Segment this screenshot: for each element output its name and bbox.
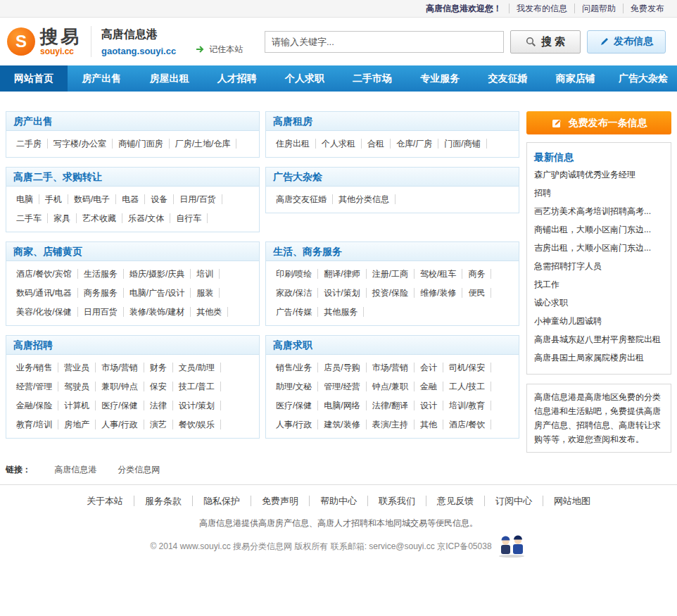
- topbar-link[interactable]: 问题帮助: [574, 4, 623, 13]
- footer-link[interactable]: 隐私保护: [193, 496, 251, 506]
- nav-item[interactable]: 商家店铺: [542, 65, 609, 92]
- nav-item[interactable]: 个人求职: [271, 65, 338, 92]
- category-link[interactable]: 设计/策划: [173, 401, 221, 410]
- topbar-link[interactable]: 我发布的信息: [509, 4, 574, 13]
- category-title[interactable]: 高唐招聘: [13, 339, 53, 351]
- category-link[interactable]: 驾校/租车: [415, 269, 462, 279]
- latest-info-item[interactable]: 高唐县城东赵八里村平房整院出租: [534, 330, 664, 348]
- category-link[interactable]: 合租: [362, 139, 391, 149]
- publish-info-button[interactable]: 发布信息: [587, 30, 666, 54]
- category-link[interactable]: 个人求租: [316, 139, 362, 149]
- category-link[interactable]: 装修/装饰/建材: [124, 307, 191, 317]
- category-link[interactable]: 钟点/兼职: [367, 382, 415, 391]
- search-button[interactable]: 搜 索: [510, 30, 581, 54]
- footer-link[interactable]: 服务条款: [134, 496, 193, 506]
- category-link[interactable]: 家具: [48, 213, 77, 223]
- category-link[interactable]: 高唐交友征婚: [270, 194, 333, 204]
- category-link[interactable]: 数码/电子: [68, 194, 116, 204]
- category-title[interactable]: 商家、店铺黄页: [13, 246, 82, 257]
- category-link[interactable]: 酒店/餐饮: [443, 420, 491, 429]
- category-link[interactable]: 印刷/喷绘: [270, 269, 318, 279]
- category-link[interactable]: 市场/营销: [367, 363, 415, 372]
- friend-link[interactable]: 高唐信息港: [54, 465, 96, 474]
- footer-link[interactable]: 联系我们: [368, 496, 426, 506]
- category-link[interactable]: 市场/营销: [96, 363, 144, 372]
- category-link[interactable]: 美容/化妆/保健: [11, 307, 78, 317]
- nav-item[interactable]: 人才招聘: [203, 65, 271, 92]
- category-link[interactable]: 驾驶员: [58, 382, 96, 391]
- nav-item[interactable]: 广告大杂烩: [609, 65, 677, 92]
- category-link[interactable]: 经营/管理: [11, 382, 58, 391]
- category-link[interactable]: 法律/翻译: [367, 401, 415, 410]
- category-link[interactable]: 注册/工商: [367, 269, 415, 279]
- category-link[interactable]: 手机: [39, 194, 68, 204]
- footer-link[interactable]: 意见反馈: [426, 496, 485, 506]
- footer-link[interactable]: 关于本站: [76, 496, 134, 506]
- category-link[interactable]: 门面/商铺: [438, 139, 486, 149]
- category-link[interactable]: 服装: [191, 288, 220, 298]
- category-link[interactable]: 营业员: [58, 363, 96, 372]
- category-link[interactable]: 日用/百货: [174, 194, 222, 204]
- category-link[interactable]: 其他类: [191, 307, 228, 317]
- category-link[interactable]: 其他服务: [318, 307, 364, 317]
- category-link[interactable]: 二手车: [11, 213, 48, 223]
- category-link[interactable]: 仓库/厂房: [391, 139, 438, 149]
- latest-info-item[interactable]: 急需招聘打字人员: [534, 257, 664, 275]
- footer-link[interactable]: 帮助中心: [310, 496, 368, 506]
- souyi-logo[interactable]: S 搜易 souyi.cc: [7, 27, 81, 56]
- category-title[interactable]: 高唐二手、求购转让: [13, 171, 102, 182]
- category-link[interactable]: 设备: [145, 194, 174, 204]
- category-link[interactable]: 自行车: [170, 213, 208, 223]
- category-link[interactable]: 生活服务: [78, 269, 124, 279]
- category-link[interactable]: 商务: [462, 269, 491, 279]
- free-publish-button[interactable]: 免费发布一条信息: [526, 111, 671, 134]
- category-link[interactable]: 广告/传媒: [270, 307, 318, 317]
- category-link[interactable]: 法律: [144, 401, 173, 410]
- category-link[interactable]: 婚庆/摄影/庆典: [124, 269, 191, 279]
- category-title[interactable]: 广告大杂烩: [273, 171, 322, 182]
- category-link[interactable]: 酒店/餐饮/宾馆: [11, 269, 78, 279]
- category-link[interactable]: 保安: [144, 382, 173, 391]
- category-link[interactable]: 房地产: [58, 420, 96, 429]
- latest-info-item[interactable]: 高唐县国土局家属院楼房出租: [534, 348, 664, 367]
- category-link[interactable]: 家政/保洁: [270, 288, 318, 298]
- category-link[interactable]: 工人/技工: [443, 382, 491, 391]
- nav-item[interactable]: 网站首页: [0, 65, 68, 92]
- category-title[interactable]: 房产出售: [13, 115, 53, 127]
- category-link[interactable]: 维修/装修: [415, 288, 462, 298]
- topbar-link[interactable]: 免费发布: [623, 4, 671, 13]
- remember-site-link[interactable]: 记住本站: [196, 44, 243, 56]
- category-link[interactable]: 表演/主持: [367, 420, 415, 429]
- category-title[interactable]: 生活、商务服务: [273, 246, 342, 257]
- nav-item[interactable]: 房屋出租: [135, 65, 203, 92]
- category-link[interactable]: 演艺: [144, 420, 173, 429]
- category-link[interactable]: 财务: [144, 363, 173, 372]
- category-title[interactable]: 高唐求职: [273, 339, 312, 351]
- category-link[interactable]: 便民: [462, 288, 491, 298]
- category-link[interactable]: 电脑: [11, 194, 39, 204]
- category-link[interactable]: 助理/文秘: [270, 382, 318, 391]
- latest-info-item[interactable]: 找工作: [534, 275, 664, 294]
- footer-link[interactable]: 订阅中心: [485, 496, 543, 506]
- category-link[interactable]: 人事/行政: [270, 420, 318, 429]
- category-link[interactable]: 计算机: [58, 401, 96, 410]
- category-link[interactable]: 金融: [415, 382, 443, 391]
- latest-info-item[interactable]: 诚心求职: [534, 294, 664, 312]
- category-link[interactable]: 设计: [415, 401, 443, 410]
- footer-link[interactable]: 网站地图: [543, 496, 601, 506]
- latest-info-item[interactable]: 商铺出租，大顺小区南门东边...: [534, 220, 664, 239]
- category-link[interactable]: 教育/培训: [11, 420, 58, 429]
- category-link[interactable]: 金融/保险: [11, 401, 58, 410]
- category-link[interactable]: 销售/业务: [270, 363, 318, 372]
- category-link[interactable]: 投资/保险: [367, 288, 415, 298]
- category-link[interactable]: 写字楼/办公室: [48, 139, 113, 149]
- category-link[interactable]: 司机/保安: [443, 363, 491, 372]
- latest-info-item[interactable]: 招聘: [534, 184, 664, 202]
- category-link[interactable]: 日用百货: [78, 307, 124, 317]
- category-link[interactable]: 技工/普工: [173, 382, 221, 391]
- category-link[interactable]: 住房出租: [270, 139, 316, 149]
- nav-item[interactable]: 专业服务: [406, 65, 474, 92]
- category-link[interactable]: 二手房: [11, 139, 48, 149]
- category-link[interactable]: 管理/经营: [318, 382, 366, 391]
- category-link[interactable]: 会计: [415, 363, 443, 372]
